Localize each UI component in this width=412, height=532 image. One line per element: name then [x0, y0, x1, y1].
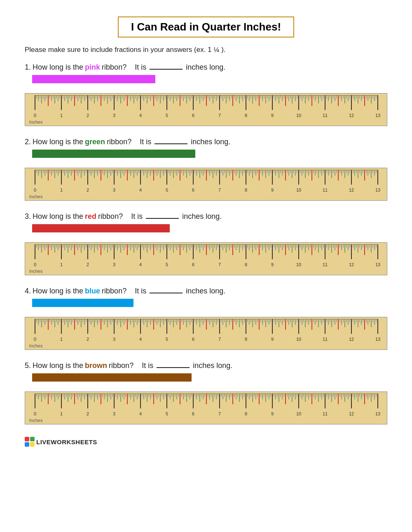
footer-text: LIVEWORKSHEETS — [36, 438, 97, 445]
svg-text:11: 11 — [323, 262, 328, 267]
color-word-1: pink — [85, 63, 100, 72]
question-number: 2. — [25, 138, 31, 146]
svg-text:12: 12 — [349, 411, 354, 416]
svg-text:11: 11 — [323, 113, 328, 118]
svg-text:7: 7 — [218, 262, 221, 267]
svg-text:8: 8 — [245, 337, 247, 342]
svg-text:13: 13 — [375, 337, 380, 342]
answer-blank-2[interactable] — [154, 143, 187, 144]
svg-text:6: 6 — [192, 113, 194, 118]
ruler-unit-4: Inches — [25, 343, 387, 348]
question-prefix: How long is the — [33, 63, 83, 72]
ruler-4: 012345678910111213 Inches — [25, 317, 387, 350]
svg-text:8: 8 — [245, 411, 247, 416]
logo-sq-1 — [25, 437, 29, 441]
svg-text:10: 10 — [296, 262, 301, 267]
question-prefix: How long is the — [33, 287, 83, 295]
svg-text:10: 10 — [296, 337, 301, 342]
inches-long-5: inches long. — [193, 361, 232, 370]
svg-text:11: 11 — [323, 337, 328, 342]
it-is-2: It is — [140, 138, 151, 146]
svg-text:12: 12 — [349, 337, 354, 342]
question-prefix: How long is the — [33, 212, 83, 221]
svg-text:1: 1 — [60, 337, 63, 342]
it-is-5: It is — [142, 361, 153, 370]
question-prefix: How long is the — [33, 138, 83, 146]
logo-sq-2 — [30, 437, 35, 441]
svg-text:2: 2 — [87, 337, 89, 342]
question-1: 1. How long is the pink ribbon? It is in… — [25, 63, 387, 126]
svg-text:13: 13 — [375, 262, 380, 267]
svg-text:1: 1 — [60, 113, 63, 118]
inches-long-3: inches long. — [182, 212, 222, 221]
color-word-4: blue — [85, 287, 100, 295]
it-is-3: It is — [131, 212, 143, 221]
svg-text:0: 0 — [34, 411, 36, 416]
ruler-1: 012345678910111213 Inches — [25, 93, 387, 126]
answer-blank-5[interactable] — [157, 367, 190, 368]
ribbon-4 — [32, 299, 133, 307]
question-2: 2. How long is the green ribbon? It is i… — [25, 138, 387, 201]
footer: LIVEWORKSHEETS — [25, 437, 387, 447]
answer-blank-1[interactable] — [150, 69, 183, 70]
svg-text:7: 7 — [218, 187, 221, 192]
question-5: 5. How long is the brown ribbon? It is i… — [25, 361, 387, 424]
svg-text:9: 9 — [271, 113, 274, 118]
svg-text:10: 10 — [296, 187, 301, 192]
answer-blank-3[interactable] — [146, 218, 179, 219]
svg-text:1: 1 — [60, 262, 63, 267]
questions-container: 1. How long is the pink ribbon? It is in… — [25, 63, 387, 424]
svg-text:11: 11 — [323, 187, 328, 192]
title-box: I Can Read in Quarter Inches! — [118, 16, 294, 37]
ruler-3: 012345678910111213 Inches — [25, 242, 387, 275]
color-word-3: red — [85, 212, 96, 221]
ribbon-3 — [32, 224, 170, 232]
question-suffix-1: ribbon? — [102, 63, 126, 72]
svg-text:2: 2 — [87, 113, 89, 118]
ruler-unit-5: Inches — [25, 418, 387, 423]
svg-text:3: 3 — [113, 337, 115, 342]
svg-text:8: 8 — [245, 262, 247, 267]
question-3: 3. How long is the red ribbon? It is inc… — [25, 212, 387, 275]
svg-text:3: 3 — [113, 187, 115, 192]
svg-text:5: 5 — [166, 113, 168, 118]
question-line-4: 4. How long is the blue ribbon? It is in… — [25, 287, 387, 295]
svg-text:4: 4 — [139, 113, 142, 118]
ruler-outer-4: 012345678910111213 Inches — [25, 299, 387, 350]
svg-text:11: 11 — [323, 411, 328, 416]
liveworksheets-logo: LIVEWORKSHEETS — [25, 437, 97, 447]
svg-text:2: 2 — [87, 187, 89, 192]
answer-blank-4[interactable] — [150, 293, 183, 293]
ruler-unit-2: Inches — [25, 194, 387, 199]
svg-text:0: 0 — [34, 113, 36, 118]
question-number: 1. — [25, 63, 31, 72]
svg-text:13: 13 — [375, 187, 380, 192]
svg-text:4: 4 — [139, 411, 142, 416]
inches-long-4: inches long. — [186, 287, 225, 295]
color-word-2: green — [85, 138, 105, 146]
svg-text:10: 10 — [296, 411, 301, 416]
inches-long-1: inches long. — [186, 63, 225, 72]
question-suffix-3: ribbon? — [98, 212, 123, 221]
svg-text:9: 9 — [271, 337, 274, 342]
logo-sq-4 — [30, 442, 35, 447]
svg-text:8: 8 — [245, 187, 247, 192]
it-is-4: It is — [135, 287, 146, 295]
ribbon-2 — [32, 150, 195, 158]
ruler-outer-3: 012345678910111213 Inches — [25, 224, 387, 275]
svg-text:5: 5 — [166, 337, 168, 342]
svg-text:1: 1 — [60, 187, 63, 192]
ribbon-5 — [32, 373, 192, 382]
svg-text:9: 9 — [271, 187, 274, 192]
logo-icon — [25, 437, 35, 447]
question-prefix: How long is the — [33, 361, 83, 370]
question-line-2: 2. How long is the green ribbon? It is i… — [25, 138, 387, 146]
svg-text:2: 2 — [87, 262, 89, 267]
svg-text:5: 5 — [166, 262, 168, 267]
ruler-outer-2: 012345678910111213 Inches — [25, 150, 387, 201]
svg-text:12: 12 — [349, 187, 354, 192]
page-title: I Can Read in Quarter Inches! — [131, 21, 281, 33]
svg-text:9: 9 — [271, 411, 274, 416]
svg-text:4: 4 — [139, 187, 142, 192]
svg-text:7: 7 — [218, 113, 221, 118]
